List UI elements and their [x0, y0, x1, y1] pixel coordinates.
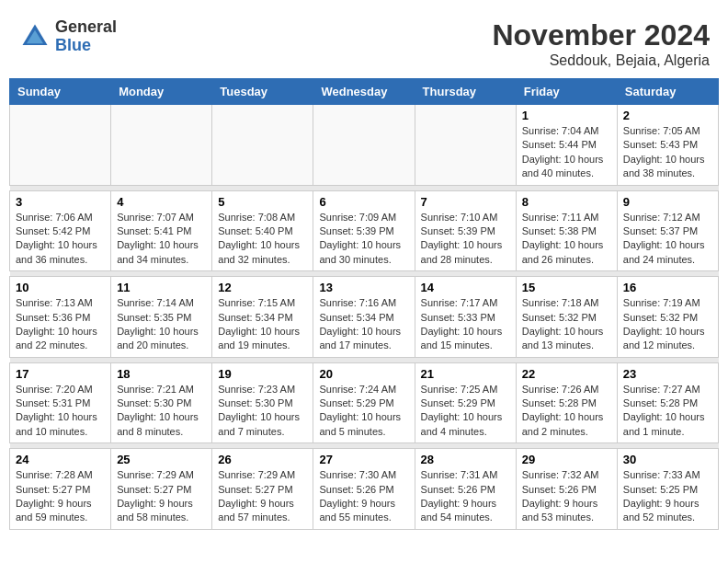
day-info: Sunrise: 7:11 AM Sunset: 5:38 PM Dayligh… [522, 211, 611, 268]
day-number: 1 [522, 109, 611, 122]
day-number: 8 [522, 195, 611, 209]
day-number: 27 [319, 453, 408, 466]
title-block: November 2024 Seddouk, Bejaia, Algeria [492, 18, 710, 69]
day-number: 11 [117, 281, 206, 294]
calendar-cell: 8Sunrise: 7:11 AM Sunset: 5:38 PM Daylig… [516, 190, 617, 271]
day-info: Sunrise: 7:12 AM Sunset: 5:37 PM Dayligh… [623, 211, 712, 268]
calendar-week-5: 24Sunrise: 7:28 AM Sunset: 5:27 PM Dayli… [10, 449, 719, 530]
header-tuesday: Tuesday [212, 79, 313, 105]
day-number: 16 [623, 281, 712, 294]
day-info: Sunrise: 7:10 AM Sunset: 5:39 PM Dayligh… [421, 211, 510, 268]
calendar-cell: 4Sunrise: 7:07 AM Sunset: 5:41 PM Daylig… [111, 190, 212, 271]
day-number: 18 [117, 367, 206, 381]
day-number: 13 [319, 281, 408, 294]
calendar-cell: 25Sunrise: 7:29 AM Sunset: 5:27 PM Dayli… [111, 449, 212, 530]
day-number: 15 [522, 281, 611, 294]
day-info: Sunrise: 7:16 AM Sunset: 5:34 PM Dayligh… [319, 296, 408, 353]
day-info: Sunrise: 7:32 AM Sunset: 5:26 PM Dayligh… [522, 468, 611, 525]
calendar-cell: 2Sunrise: 7:05 AM Sunset: 5:43 PM Daylig… [617, 105, 718, 186]
calendar-cell: 29Sunrise: 7:32 AM Sunset: 5:26 PM Dayli… [516, 449, 617, 530]
calendar-cell [10, 105, 111, 186]
calendar-week-1: 1Sunrise: 7:04 AM Sunset: 5:44 PM Daylig… [10, 105, 719, 186]
header-wednesday: Wednesday [313, 79, 415, 105]
day-number: 20 [319, 367, 408, 381]
day-info: Sunrise: 7:08 AM Sunset: 5:40 PM Dayligh… [218, 211, 307, 268]
day-number: 21 [421, 367, 510, 381]
day-number: 3 [16, 195, 105, 209]
day-info: Sunrise: 7:05 AM Sunset: 5:43 PM Dayligh… [623, 124, 712, 181]
day-info: Sunrise: 7:28 AM Sunset: 5:27 PM Dayligh… [16, 468, 105, 525]
day-info: Sunrise: 7:27 AM Sunset: 5:28 PM Dayligh… [623, 383, 712, 440]
day-number: 28 [421, 453, 510, 466]
calendar-cell: 1Sunrise: 7:04 AM Sunset: 5:44 PM Daylig… [516, 105, 617, 186]
day-info: Sunrise: 7:29 AM Sunset: 5:27 PM Dayligh… [218, 468, 307, 525]
calendar-cell: 28Sunrise: 7:31 AM Sunset: 5:26 PM Dayli… [415, 449, 516, 530]
day-number: 24 [16, 453, 105, 466]
day-number: 30 [623, 453, 712, 466]
day-info: Sunrise: 7:13 AM Sunset: 5:36 PM Dayligh… [16, 296, 105, 353]
calendar-cell [415, 105, 516, 186]
logo-blue: Blue [55, 37, 117, 55]
day-info: Sunrise: 7:04 AM Sunset: 5:44 PM Dayligh… [522, 124, 611, 181]
calendar-cell: 12Sunrise: 7:15 AM Sunset: 5:34 PM Dayli… [212, 277, 313, 358]
day-info: Sunrise: 7:25 AM Sunset: 5:29 PM Dayligh… [421, 383, 510, 440]
calendar-header-row: Sunday Monday Tuesday Wednesday Thursday… [10, 79, 719, 105]
calendar-cell: 24Sunrise: 7:28 AM Sunset: 5:27 PM Dayli… [10, 449, 111, 530]
day-number: 7 [421, 195, 510, 209]
calendar-cell: 30Sunrise: 7:33 AM Sunset: 5:25 PM Dayli… [617, 449, 718, 530]
day-info: Sunrise: 7:21 AM Sunset: 5:30 PM Dayligh… [117, 383, 206, 440]
day-info: Sunrise: 7:30 AM Sunset: 5:26 PM Dayligh… [319, 468, 408, 525]
calendar-week-3: 10Sunrise: 7:13 AM Sunset: 5:36 PM Dayli… [10, 277, 719, 358]
day-info: Sunrise: 7:23 AM Sunset: 5:30 PM Dayligh… [218, 383, 307, 440]
calendar-cell: 10Sunrise: 7:13 AM Sunset: 5:36 PM Dayli… [10, 277, 111, 358]
day-number: 12 [218, 281, 307, 294]
day-number: 4 [117, 195, 206, 209]
day-info: Sunrise: 7:18 AM Sunset: 5:32 PM Dayligh… [522, 296, 611, 353]
page-header: General Blue November 2024 Seddouk, Beja… [9, 9, 719, 74]
day-info: Sunrise: 7:31 AM Sunset: 5:26 PM Dayligh… [421, 468, 510, 525]
calendar-cell: 13Sunrise: 7:16 AM Sunset: 5:34 PM Dayli… [313, 277, 415, 358]
day-info: Sunrise: 7:24 AM Sunset: 5:29 PM Dayligh… [319, 383, 408, 440]
day-info: Sunrise: 7:06 AM Sunset: 5:42 PM Dayligh… [16, 211, 105, 268]
calendar-week-2: 3Sunrise: 7:06 AM Sunset: 5:42 PM Daylig… [10, 190, 719, 271]
calendar-cell: 6Sunrise: 7:09 AM Sunset: 5:39 PM Daylig… [313, 190, 415, 271]
logo-general: General [55, 18, 117, 37]
calendar-cell: 14Sunrise: 7:17 AM Sunset: 5:33 PM Dayli… [415, 277, 516, 358]
calendar-cell: 5Sunrise: 7:08 AM Sunset: 5:40 PM Daylig… [212, 190, 313, 271]
day-info: Sunrise: 7:26 AM Sunset: 5:28 PM Dayligh… [522, 383, 611, 440]
logo-icon [18, 20, 51, 53]
day-info: Sunrise: 7:29 AM Sunset: 5:27 PM Dayligh… [117, 468, 206, 525]
header-sunday: Sunday [10, 79, 111, 105]
calendar-cell: 27Sunrise: 7:30 AM Sunset: 5:26 PM Dayli… [313, 449, 415, 530]
day-number: 14 [421, 281, 510, 294]
day-number: 9 [623, 195, 712, 209]
calendar-cell [313, 105, 415, 186]
header-friday: Friday [516, 79, 617, 105]
day-number: 25 [117, 453, 206, 466]
day-number: 5 [218, 195, 307, 209]
day-info: Sunrise: 7:33 AM Sunset: 5:25 PM Dayligh… [623, 468, 712, 525]
day-number: 10 [16, 281, 105, 294]
calendar-cell: 16Sunrise: 7:19 AM Sunset: 5:32 PM Dayli… [617, 277, 718, 358]
calendar-week-4: 17Sunrise: 7:20 AM Sunset: 5:31 PM Dayli… [10, 362, 719, 443]
day-info: Sunrise: 7:09 AM Sunset: 5:39 PM Dayligh… [319, 211, 408, 268]
calendar-cell: 11Sunrise: 7:14 AM Sunset: 5:35 PM Dayli… [111, 277, 212, 358]
calendar-cell: 19Sunrise: 7:23 AM Sunset: 5:30 PM Dayli… [212, 362, 313, 443]
day-number: 17 [16, 367, 105, 381]
calendar-cell [111, 105, 212, 186]
day-info: Sunrise: 7:17 AM Sunset: 5:33 PM Dayligh… [421, 296, 510, 353]
logo-text: General Blue [55, 18, 117, 55]
calendar-cell: 17Sunrise: 7:20 AM Sunset: 5:31 PM Dayli… [10, 362, 111, 443]
day-number: 23 [623, 367, 712, 381]
header-thursday: Thursday [415, 79, 516, 105]
calendar-cell: 23Sunrise: 7:27 AM Sunset: 5:28 PM Dayli… [617, 362, 718, 443]
day-number: 19 [218, 367, 307, 381]
calendar-cell: 21Sunrise: 7:25 AM Sunset: 5:29 PM Dayli… [415, 362, 516, 443]
day-number: 26 [218, 453, 307, 466]
day-number: 2 [623, 109, 712, 122]
calendar-table: Sunday Monday Tuesday Wednesday Thursday… [9, 78, 719, 530]
header-saturday: Saturday [617, 79, 718, 105]
day-info: Sunrise: 7:07 AM Sunset: 5:41 PM Dayligh… [117, 211, 206, 268]
day-info: Sunrise: 7:14 AM Sunset: 5:35 PM Dayligh… [117, 296, 206, 353]
calendar-cell: 9Sunrise: 7:12 AM Sunset: 5:37 PM Daylig… [617, 190, 718, 271]
